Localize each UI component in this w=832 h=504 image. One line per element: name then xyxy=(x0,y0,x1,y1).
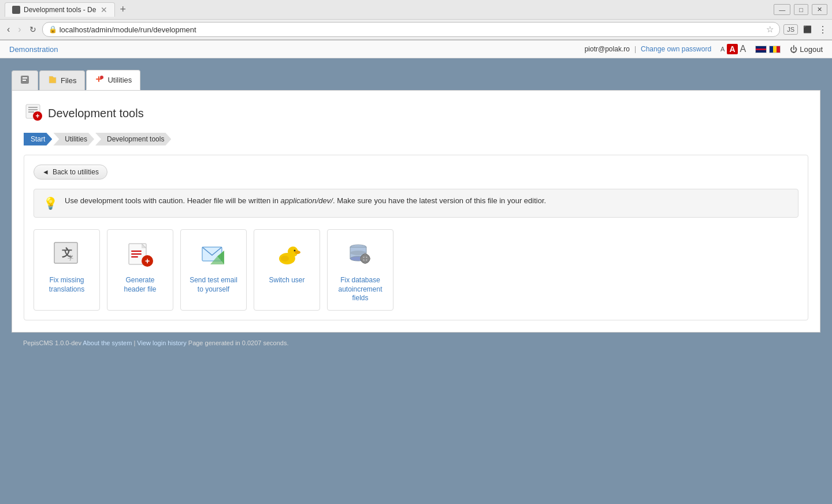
back-nav-button[interactable]: ‹ xyxy=(5,23,12,36)
browser-toolbar: ‹ › ↻ 🔒 localhost/admin/module/run/devel… xyxy=(0,20,832,40)
reload-button[interactable]: ↻ xyxy=(27,24,39,35)
fix-database-icon xyxy=(343,237,378,271)
url-text: localhost/admin/module/run/development xyxy=(60,25,762,34)
page-title-icon: + xyxy=(24,102,42,125)
tab-utilities[interactable]: Utilities xyxy=(86,70,140,90)
lock-icon: 🔒 xyxy=(49,25,57,33)
svg-text:+: + xyxy=(144,256,149,266)
utilities-tab-icon xyxy=(95,74,104,85)
tool-switch-user[interactable]: Switch user xyxy=(254,229,320,311)
tool-generate-header[interactable]: + Generate header file xyxy=(107,229,173,311)
tabs-bar: Files Utilities xyxy=(12,70,820,90)
tool-fix-translations[interactable]: 文 字 Fix missing translations xyxy=(34,229,100,311)
tab-home[interactable] xyxy=(12,70,38,90)
new-tab-button[interactable]: + xyxy=(117,3,128,16)
bulb-icon: 💡 xyxy=(43,196,58,210)
svg-point-5 xyxy=(100,76,103,79)
svg-text:+: + xyxy=(35,112,39,120)
app-logo-link[interactable]: Demonstration xyxy=(9,45,58,54)
tool-send-test-email[interactable]: Send test email to yourself xyxy=(180,229,247,311)
files-tab-label: Files xyxy=(61,76,76,85)
logout-button[interactable]: ⏻ Logout xyxy=(790,45,823,54)
cms-version: PepisCMS 1.0.0-dev xyxy=(23,339,81,346)
header-separator: | xyxy=(634,45,636,53)
svg-text:字: 字 xyxy=(68,255,73,261)
tab-favicon xyxy=(12,6,20,14)
breadcrumb-start[interactable]: Start xyxy=(24,133,52,145)
ext-cast-button[interactable]: ⬛ xyxy=(800,24,815,35)
login-history-link[interactable]: View login history xyxy=(137,339,186,346)
close-button[interactable]: ✕ xyxy=(812,4,827,15)
breadcrumb-dev-tools[interactable]: Development tools xyxy=(95,133,171,145)
svg-rect-16 xyxy=(131,251,142,252)
svg-point-26 xyxy=(294,250,295,252)
svg-rect-17 xyxy=(131,253,142,255)
font-size-controls: A A A xyxy=(720,44,746,54)
app-header: Demonstration piotr@polak.ro | Change ow… xyxy=(0,40,832,58)
info-box: 💡 Use development tools with caution. He… xyxy=(34,189,798,218)
generation-time: Page generated in 0.0207 seconds. xyxy=(188,339,289,346)
tab-title: Development tools - De xyxy=(24,6,96,14)
forward-nav-button[interactable]: › xyxy=(16,23,23,36)
page-title: Development tools xyxy=(48,107,144,120)
switch-user-icon xyxy=(270,237,304,271)
send-email-label: Send test email to yourself xyxy=(188,276,239,294)
page-footer: PepisCMS 1.0.0-dev About the system | Vi… xyxy=(12,333,820,353)
power-icon: ⏻ xyxy=(790,45,797,54)
svg-rect-2 xyxy=(23,80,26,81)
tool-grid: 文 字 Fix missing translations xyxy=(34,229,798,311)
page-title-row: + Development tools xyxy=(24,102,808,125)
change-password-link[interactable]: Change own password xyxy=(641,45,711,53)
romanian-flag[interactable] xyxy=(769,46,781,53)
url-bar[interactable]: 🔒 localhost/admin/module/run/development… xyxy=(42,22,781,37)
files-tab-icon xyxy=(48,75,57,86)
svg-rect-4 xyxy=(98,76,99,82)
svg-rect-7 xyxy=(28,107,38,108)
tool-fix-database[interactable]: Fix database autoincrement fields xyxy=(327,229,393,311)
browser-titlebar: Development tools - De ✕ + — □ ✕ xyxy=(0,0,832,20)
switch-user-label: Switch user xyxy=(269,276,304,285)
about-system-link[interactable]: About the system xyxy=(83,339,132,346)
header-right: piotr@polak.ro | Change own password A A… xyxy=(585,44,823,54)
utilities-tab-label: Utilities xyxy=(107,76,132,84)
svg-point-27 xyxy=(295,251,300,254)
svg-rect-18 xyxy=(131,256,138,257)
browser-menu-button[interactable]: ⋮ xyxy=(818,24,827,35)
send-test-email-icon xyxy=(196,237,231,271)
svg-rect-9 xyxy=(28,111,34,113)
tab-close-button[interactable]: ✕ xyxy=(101,5,107,14)
font-small-button[interactable]: A xyxy=(720,46,725,53)
browser-chrome: Development tools - De ✕ + — □ ✕ ‹ › ↻ 🔒… xyxy=(0,0,832,40)
breadcrumb-utilities[interactable]: Utilities xyxy=(53,133,94,145)
svg-rect-1 xyxy=(23,77,27,79)
back-to-utilities-button[interactable]: ◄ Back to utilities xyxy=(34,165,107,180)
language-flags xyxy=(755,46,781,53)
maximize-button[interactable]: □ xyxy=(794,4,808,15)
back-arrow-icon: ◄ xyxy=(42,168,49,176)
generate-header-icon: + xyxy=(123,237,158,271)
minimize-button[interactable]: — xyxy=(774,4,790,15)
extension-buttons: JS ⬛ xyxy=(783,24,815,35)
page-body: Files Utilities xyxy=(0,58,832,405)
generate-header-label: Generate header file xyxy=(114,276,166,294)
font-large-button[interactable]: A xyxy=(740,44,746,54)
tab-files[interactable]: Files xyxy=(39,70,85,90)
browser-tab[interactable]: Development tools - De ✕ xyxy=(5,2,115,17)
svg-point-28 xyxy=(281,256,289,262)
bookmark-star-icon[interactable]: ☆ xyxy=(766,24,774,35)
home-tab-icon xyxy=(20,75,29,86)
fix-database-label: Fix database autoincrement fields xyxy=(335,276,386,303)
ext-js-button[interactable]: JS xyxy=(783,24,798,35)
info-message: Use development tools with caution. Head… xyxy=(65,196,546,205)
breadcrumb: Start Utilities Development tools xyxy=(24,133,808,145)
user-email: piotr@polak.ro xyxy=(585,45,630,53)
font-medium-button[interactable]: A xyxy=(727,44,737,54)
fix-translations-icon: 文 字 xyxy=(50,237,84,271)
svg-rect-8 xyxy=(28,109,38,110)
english-flag[interactable] xyxy=(755,46,767,53)
main-card: + Development tools Start Utilities Deve… xyxy=(12,90,820,333)
window-controls: — □ ✕ xyxy=(774,4,827,15)
fix-translations-label: Fix missing translations xyxy=(41,276,92,294)
